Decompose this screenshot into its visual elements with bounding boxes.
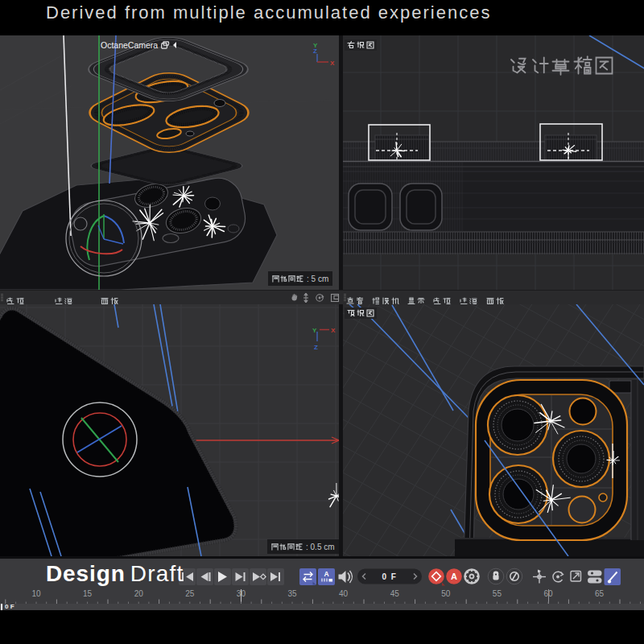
svg-text:35: 35 [287, 589, 297, 598]
svg-text:25: 25 [185, 589, 195, 598]
svg-text:X: X [331, 327, 336, 334]
svg-text:65: 65 [595, 589, 605, 598]
svg-text:50: 50 [441, 589, 451, 598]
svg-text:10: 10 [31, 589, 41, 598]
svg-text:20: 20 [134, 589, 144, 598]
svg-text:55: 55 [493, 589, 502, 598]
svg-text:Z: Z [313, 47, 317, 55]
svg-text:40: 40 [339, 589, 349, 598]
svg-text:A: A [451, 572, 457, 581]
svg-text:Y: Y [312, 327, 317, 334]
svg-text:15: 15 [83, 589, 93, 598]
svg-text:45: 45 [390, 589, 400, 598]
svg-text:Z: Z [314, 344, 318, 351]
svg-text:X: X [330, 60, 335, 67]
svg-text:A: A [324, 570, 328, 578]
svg-text:0 F: 0 F [382, 572, 398, 581]
